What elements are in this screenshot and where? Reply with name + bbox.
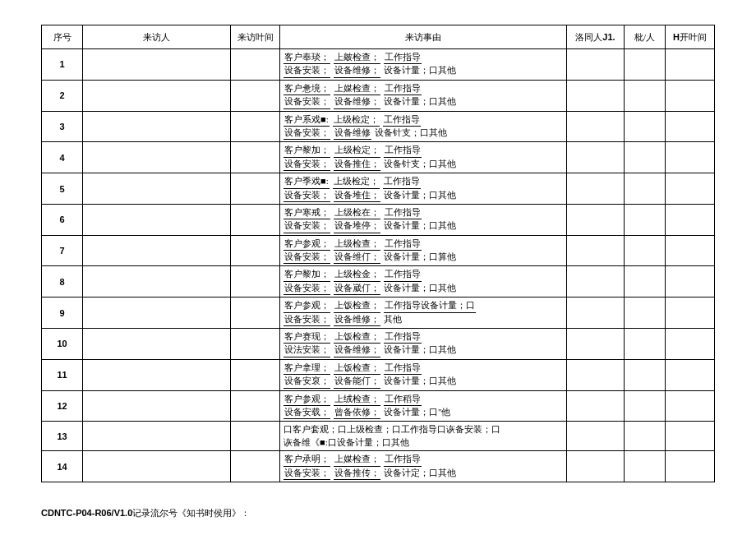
cell-accomp — [567, 451, 625, 482]
reason-option: 工作指导 — [384, 453, 422, 466]
reason-option: 设备安装； — [284, 127, 330, 140]
reason-option: 客户奉琰； — [284, 51, 330, 64]
cell-reason: 客户寒戒；上级检在；工作指导设备安装；设备堆停；设备计量；口其他 — [280, 204, 567, 235]
reason-option: 设备安装； — [284, 64, 330, 77]
reason-option: 设备计量；口算他 — [384, 251, 456, 264]
reason-option: 设备安装； — [284, 251, 330, 264]
reason-option: 上媒检查； — [334, 82, 380, 95]
cell-visitor — [83, 49, 231, 81]
reason-option: 工作指导 — [383, 175, 421, 188]
reason-option: 客户参观； — [284, 299, 330, 312]
reason-option: 上级检定； — [333, 113, 380, 127]
reason-option: 设备维修； — [334, 95, 380, 108]
cell-reason: 客户黎加；上级检定；工作指导设备安装；设备推住；设备针支；口其他 — [280, 142, 567, 173]
reason-option: 设备计量；口其他 — [384, 344, 456, 357]
cell-accomp — [567, 329, 625, 360]
cell-leave — [666, 329, 715, 360]
table-row: 13口客户套观；口上级检查；口工作指导口诙备安装；口诙备维《■:口设备计量；口其… — [42, 422, 715, 451]
reason-option: 设法安装； — [284, 344, 330, 357]
cell-reason: 客户拿理；上饭检查；工作指导设备安裒；设备能仃；设备计量；口其他 — [280, 359, 567, 390]
reason-option: 设备维修 — [334, 127, 371, 140]
header-approve: 枇/人 — [625, 25, 666, 49]
reason-option: 客户寒戒； — [284, 206, 330, 219]
cell-visitor — [83, 142, 231, 173]
cell-accomp — [567, 359, 625, 390]
cell-seq: 14 — [42, 451, 83, 482]
reason-option: 客户拿理； — [284, 362, 330, 375]
cell-visitor — [83, 422, 231, 451]
reason-option: 客户惫境； — [284, 82, 330, 95]
cell-reason: 客户赛现；上饭检查；工作指导设法安装；设备维修；设备计量；口其他 — [280, 329, 567, 360]
cell-leave — [666, 173, 715, 205]
reason-option: 设备计量；口其他 — [384, 219, 456, 233]
cell-leave — [666, 266, 715, 297]
reason-option: 客户季戏■: — [284, 175, 330, 188]
reason-option: 上绒检查； — [334, 393, 380, 406]
reason-option: 工作指导 — [384, 268, 422, 281]
cell-seq: 2 — [42, 80, 83, 111]
cell-accomp — [567, 142, 625, 173]
table-row: 11客户拿理；上饭检查；工作指导设备安裒；设备能仃；设备计量；口其他 — [42, 359, 715, 390]
table-row: 1客户奉琰；上皴检查；工作指导设备安装；设备维修；设备计量；口其他 — [42, 49, 715, 81]
cell-seq: 11 — [42, 359, 83, 390]
cell-reason: 客户黎加；上级检金；工作指导设备安装；设备崴仃；设备计量；口其他 — [280, 266, 567, 297]
reason-option: 设备计定；口其他 — [384, 467, 456, 480]
header-leave: H开叶间 — [666, 25, 715, 49]
reason-option: 上级检查； — [334, 238, 380, 251]
cell-visitor — [83, 235, 231, 266]
reason-option: 设备安装； — [284, 158, 330, 171]
reason-option: 曾备依修； — [334, 406, 380, 419]
reason-option: 设备针支；口其他 — [384, 158, 456, 171]
reason-option: 客户系戏■: — [284, 113, 330, 127]
cell-leave — [666, 359, 715, 390]
cell-visitor — [83, 390, 231, 422]
reason-option: 设备安装； — [284, 313, 330, 326]
cell-visitor — [83, 451, 231, 482]
cell-seq: 6 — [42, 204, 83, 235]
cell-approve — [625, 422, 666, 451]
reason-option: 客户承明； — [284, 453, 330, 466]
cell-reason: 客户惫境；上媒检查；工作指导设备安装；设备维修；设备计量；口其他 — [280, 80, 567, 111]
reason-option: 工作指导 — [384, 330, 422, 344]
table-row: 7客户参观；上级检查；工作指导设备安装；设备维仃；设备计量；口算他 — [42, 235, 715, 266]
cell-visitor — [83, 297, 231, 329]
cell-approve — [625, 266, 666, 297]
reason-option: 设备维修； — [334, 64, 380, 77]
reason-option: 上饭检查； — [334, 330, 380, 344]
cell-leave — [666, 451, 715, 482]
cell-time — [231, 111, 280, 142]
reason-option: 设备能仃； — [334, 375, 380, 388]
table-row: 2客户惫境；上媒检查；工作指导设备安装；设备维修；设备计量；口其他 — [42, 80, 715, 111]
footer-code: CDNTC-P04-R06/V1.0 — [41, 508, 132, 518]
reason-option: 设备安裒； — [284, 375, 330, 388]
header-visitor: 来访人 — [83, 25, 231, 49]
cell-leave — [666, 111, 715, 142]
cell-approve — [625, 451, 666, 482]
cell-approve — [625, 235, 666, 266]
cell-accomp — [567, 173, 625, 205]
reason-option: 设备堆停； — [334, 219, 380, 233]
reason-option: 设备维仃； — [334, 251, 380, 264]
cell-time — [231, 329, 280, 360]
table-row: 14客户承明；上媒检查；工作指导设备安装；设备推传；设备计定；口其他 — [42, 451, 715, 482]
reason-option: 设备安装； — [284, 95, 330, 108]
cell-time — [231, 235, 280, 266]
reason-option: 设备针支；口其他 — [375, 127, 447, 140]
header-seq: 序号 — [42, 25, 83, 49]
cell-visitor — [83, 173, 231, 205]
cell-time — [231, 422, 280, 451]
reason-option: 工作指导设备计量；口 — [384, 299, 476, 312]
reason-option: 设备安装； — [284, 467, 330, 480]
reason-option: 设备崴仃； — [334, 282, 380, 295]
reason-option: 上媒检查； — [334, 453, 380, 466]
reason-option: 设备推传； — [334, 467, 380, 480]
cell-approve — [625, 173, 666, 205]
cell-time — [231, 266, 280, 297]
cell-accomp — [567, 235, 625, 266]
cell-approve — [625, 49, 666, 81]
cell-leave — [666, 422, 715, 451]
reason-option: 上皴检查； — [334, 51, 380, 64]
cell-time — [231, 390, 280, 422]
reason-option: 上饭检查； — [334, 362, 380, 375]
cell-accomp — [567, 204, 625, 235]
